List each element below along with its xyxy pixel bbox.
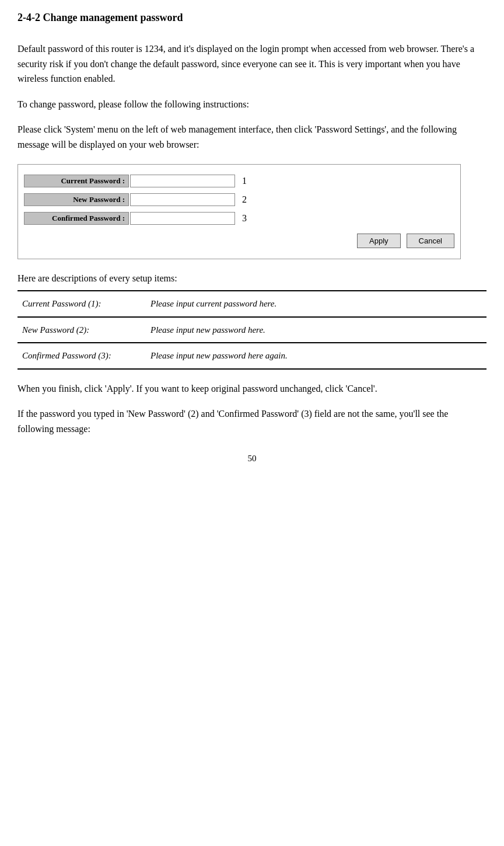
table-row: New Password (2): Please input new passw… bbox=[18, 317, 487, 343]
cancel-button[interactable]: Cancel bbox=[407, 234, 454, 248]
table-row: Confirmed Password (3): Please input new… bbox=[18, 343, 487, 369]
intro-paragraph-2: To change password, please follow the fo… bbox=[18, 97, 487, 112]
table-desc-2: Please input new password here. bbox=[146, 317, 487, 343]
page-title: 2-4-2 Change management password bbox=[18, 12, 487, 24]
current-password-label: Current Password : bbox=[24, 175, 129, 187]
form-buttons: Apply Cancel bbox=[18, 229, 460, 253]
apply-button[interactable]: Apply bbox=[357, 234, 401, 248]
confirmed-password-row: Confirmed Password : 3 bbox=[18, 210, 460, 227]
current-password-row: Current Password : 1 bbox=[18, 173, 460, 189]
intro-paragraph-1: Default password of this router is 1234,… bbox=[18, 41, 487, 86]
table-desc-3: Please input new password here again. bbox=[146, 343, 487, 369]
descriptions-title: Here are descriptions of every setup ite… bbox=[18, 271, 487, 286]
table-label-2: New Password (2): bbox=[18, 317, 146, 343]
confirmed-password-input[interactable] bbox=[130, 212, 235, 225]
bottom-paragraph-1: When you finish, click 'Apply'. If you w… bbox=[18, 381, 487, 396]
table-label-1: Current Password (1): bbox=[18, 291, 146, 317]
new-password-input[interactable] bbox=[130, 193, 235, 206]
descriptions-table: Current Password (1): Please input curre… bbox=[18, 290, 487, 370]
field-number-3: 3 bbox=[242, 213, 247, 224]
intro-paragraph-3: Please click 'System' menu on the left o… bbox=[18, 122, 487, 152]
current-password-input[interactable] bbox=[130, 175, 235, 187]
new-password-row: New Password : 2 bbox=[18, 192, 460, 208]
table-desc-1: Please input current password here. bbox=[146, 291, 487, 317]
bottom-paragraph-2: If the password you typed in 'New Passwo… bbox=[18, 406, 487, 436]
password-form: Current Password : 1 New Password : 2 Co… bbox=[18, 164, 461, 259]
field-number-2: 2 bbox=[242, 194, 247, 205]
table-label-3: Confirmed Password (3): bbox=[18, 343, 146, 369]
confirmed-password-label: Confirmed Password : bbox=[24, 212, 129, 225]
table-row: Current Password (1): Please input curre… bbox=[18, 291, 487, 317]
new-password-label: New Password : bbox=[24, 193, 129, 206]
page-number: 50 bbox=[18, 454, 487, 464]
field-number-1: 1 bbox=[242, 176, 247, 186]
